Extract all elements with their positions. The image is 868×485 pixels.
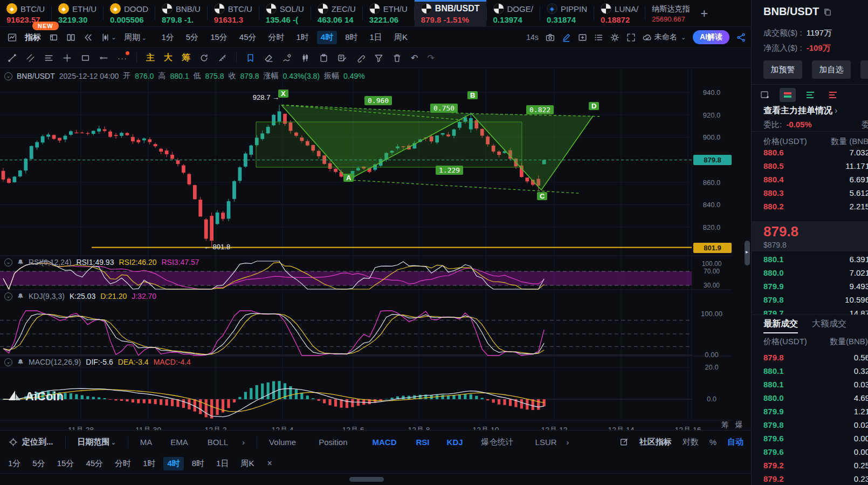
timeframe-15分[interactable]: 15分 [53, 457, 78, 470]
add-ticker-button[interactable]: + [700, 6, 708, 21]
ticker-item-doge[interactable]: DOGE/0.13974 [487, 0, 540, 26]
bid-row[interactable]: 879.810.596 [752, 293, 868, 306]
fullscreen-icon[interactable] [626, 33, 636, 42]
auto-scale-button[interactable]: 自动 [727, 437, 743, 447]
copy-icon[interactable] [823, 8, 831, 16]
main-orders-link[interactable]: 查看主力挂单情况› [763, 105, 837, 117]
volume-button[interactable]: Volume [269, 438, 296, 447]
rectangle-icon[interactable] [81, 53, 90, 63]
object-list-icon[interactable] [594, 33, 603, 42]
draw-pencil-icon[interactable] [562, 33, 571, 42]
indicator-label[interactable]: 指标 [25, 32, 41, 43]
timeframe-4时[interactable]: 4时 [163, 457, 183, 470]
timeframe-8时[interactable]: 8时 [341, 31, 361, 44]
ticker-item-pippin[interactable]: ◈PIPPIN0.31874 [540, 0, 594, 26]
bookmark-icon[interactable] [246, 53, 255, 63]
more-overlays-arrow[interactable]: › [242, 438, 245, 447]
parallel-channel-icon[interactable] [26, 53, 35, 63]
trend-line-icon[interactable] [8, 53, 17, 63]
trade-row[interactable]: 879.80.02 [752, 418, 868, 432]
ticker-item-bnbusdt[interactable]: BNB/USDT879.8 -1.51% [415, 0, 486, 26]
trade-row[interactable]: 879.60.00 [752, 445, 868, 459]
book-view-add-icon[interactable] [757, 88, 773, 102]
locate-icon[interactable] [9, 438, 18, 447]
log-scale-button[interactable]: 对数 [683, 437, 699, 447]
trade-row[interactable]: 879.91.21 [752, 405, 868, 418]
eraser-icon[interactable] [264, 53, 273, 63]
indicator-chart-icon[interactable] [8, 33, 17, 42]
ask-row[interactable]: 880.67.032 [752, 150, 868, 159]
bid-row[interactable]: 879.99.493 [752, 279, 868, 293]
chart-region[interactable]: 11月 2811月 3012月 212月 412月 612月 812月 1012… [0, 68, 732, 430]
lsur-button[interactable]: LSUR [535, 438, 557, 447]
ticker-item-zecu[interactable]: ZEC/U463.06 14 [311, 0, 362, 26]
bid-row[interactable]: 879.714.87 [752, 306, 868, 315]
ticker-item-ethu[interactable]: ETH/U3221.06 [363, 0, 414, 26]
cross-line-icon[interactable] [63, 53, 72, 63]
horizontal-lines-icon[interactable] [44, 53, 53, 63]
ticker-item-[interactable]: 纳斯达克指25690.667 [645, 0, 696, 26]
ask-row[interactable]: 880.22.215 [752, 200, 868, 213]
ask-row[interactable]: 880.46.691 [752, 173, 868, 186]
clipped-button[interactable] [860, 60, 868, 79]
kdj-button[interactable]: KDJ [447, 438, 463, 447]
trade-row[interactable]: 880.10.03 [752, 378, 868, 391]
redo-icon[interactable]: ↷ [427, 53, 434, 63]
tab-recent-trades[interactable]: 最新成交 [763, 318, 798, 333]
timeframe-1分[interactable]: 1分 [157, 31, 177, 44]
trade-row[interactable]: 880.04.69 [752, 391, 868, 405]
boll-button[interactable]: BOLL [208, 438, 228, 447]
timeframe-1日[interactable]: 1日 [366, 31, 386, 44]
timeframe-1日[interactable]: 1日 [212, 457, 232, 470]
close-timeframe-bar[interactable]: × [267, 459, 272, 468]
timeframe-8时[interactable]: 8时 [188, 457, 208, 470]
trade-row[interactable]: 879.80.56 [752, 351, 868, 364]
rsi-button[interactable]: RSI [416, 438, 430, 447]
ma-button[interactable]: MA [140, 438, 153, 447]
delete-icon[interactable] [392, 53, 402, 63]
add-pane-icon[interactable] [578, 33, 587, 42]
bid-row[interactable]: 880.16.391 [752, 252, 868, 266]
camera-icon[interactable] [546, 33, 555, 42]
ticker-item-solu[interactable]: SOL/U135.46 -( [259, 0, 311, 26]
timeframe-周K[interactable]: 周K [237, 457, 258, 470]
locate-button[interactable]: 定位到... [22, 437, 53, 447]
candle-style-icon[interactable]: ⌄ [101, 33, 116, 42]
rewind-icon[interactable] [84, 33, 93, 42]
main-chart-button[interactable]: 主 [146, 52, 155, 64]
timeframe-45分[interactable]: 45分 [236, 31, 260, 44]
macd-button[interactable]: MACD [373, 438, 397, 447]
horizontal-scrollbar-thumb[interactable] [349, 477, 384, 482]
trade-row[interactable]: 879.20.23 [752, 472, 868, 485]
trade-row[interactable]: 879.60.00 [752, 432, 868, 445]
ticker-item-ethu[interactable]: ◆ETH/U3219.30 [52, 0, 103, 26]
community-indicator-button[interactable]: 社区指标 [639, 437, 672, 447]
add-alert-button[interactable]: 加预警 [763, 60, 802, 79]
cloud-save-dropdown[interactable]: 未命名⌄ [643, 32, 686, 42]
chips-chart-button[interactable]: 筹 [182, 52, 190, 64]
auto-refresh-icon[interactable] [199, 53, 209, 63]
ema-button[interactable]: EMA [170, 438, 188, 447]
ask-row[interactable]: 880.35.612 [752, 186, 868, 200]
timeframe-5分[interactable]: 5分 [182, 31, 202, 44]
more-indicators-arrow[interactable]: › [567, 438, 569, 447]
timeframe-1时[interactable]: 1时 [293, 31, 313, 44]
timeframe-45分[interactable]: 45分 [82, 457, 107, 470]
large-chart-button[interactable]: 大 [164, 52, 173, 64]
bid-row[interactable]: 880.07.021 [752, 266, 868, 279]
chart-canvas[interactable]: 11月 2811月 3012月 212月 412月 612月 812月 1012… [0, 68, 732, 430]
community-edit-icon[interactable] [619, 438, 629, 447]
ai-analysis-button[interactable]: AI解读 [693, 30, 729, 44]
share-icon[interactable] [736, 33, 746, 42]
period-dropdown[interactable]: 周期⌄ [124, 32, 146, 43]
measure-icon[interactable] [218, 53, 227, 63]
tab-large-trades[interactable]: 大额成交 [812, 318, 846, 333]
timeframe-1时[interactable]: 1时 [139, 457, 159, 470]
liquidation-stats-button[interactable]: 爆仓统计 [481, 437, 514, 447]
pattern-candles-icon[interactable] [301, 53, 310, 63]
clipboard-icon[interactable] [319, 53, 328, 63]
timeframe-周K[interactable]: 周K [390, 31, 411, 44]
book-view-asks-icon[interactable] [825, 88, 841, 102]
undo-icon[interactable]: ↶ [411, 53, 418, 63]
ticker-item-luna[interactable]: LUNA/0.18872 [594, 0, 645, 26]
